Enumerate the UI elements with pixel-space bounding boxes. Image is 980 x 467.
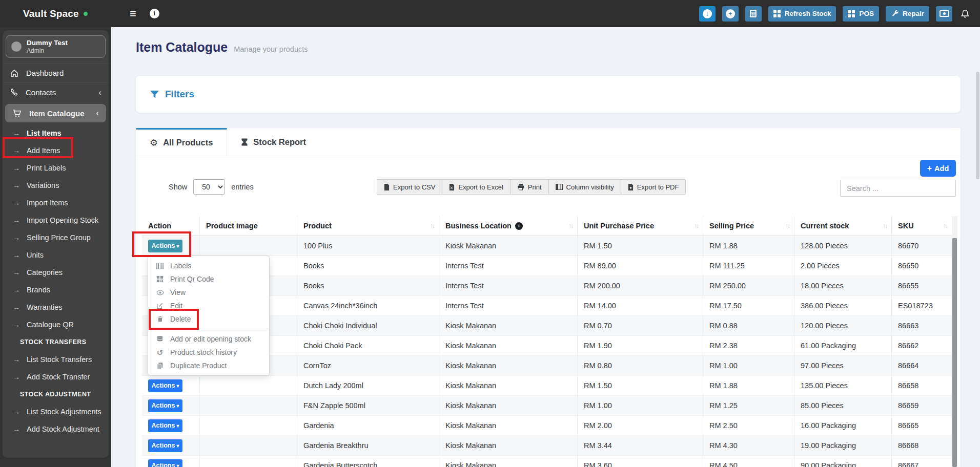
- sidebar-item-item-catalogue[interactable]: Item Catalogue: [5, 104, 106, 122]
- actions-button[interactable]: Actions: [148, 419, 182, 432]
- caret-down-icon: [176, 423, 179, 429]
- location-cell: Kiosk Makanan: [439, 416, 578, 435]
- actions-button[interactable]: Actions: [148, 439, 182, 452]
- export-pdf-button[interactable]: Export to PDF: [621, 179, 686, 195]
- menu-item-delete[interactable]: Delete: [148, 312, 269, 326]
- home-icon: [10, 69, 19, 78]
- export-excel-button[interactable]: Export to Excel: [442, 179, 510, 195]
- tab-stock-report[interactable]: Stock Report: [227, 128, 320, 156]
- sort-icon[interactable]: [568, 222, 573, 229]
- info-icon[interactable]: [150, 9, 159, 18]
- print-button[interactable]: Print: [511, 179, 549, 195]
- page-scrollbar-thumb[interactable]: [976, 72, 979, 179]
- sidebar-item-contacts[interactable]: Contacts: [3, 82, 109, 102]
- show-label: Show: [169, 183, 187, 191]
- sort-icon[interactable]: [430, 222, 434, 229]
- tab-label: All Products: [163, 138, 213, 147]
- menu-item-edit[interactable]: Edit: [148, 299, 269, 312]
- sidebar-item-add-stock-adjustment[interactable]: Add Stock Adjustment: [3, 420, 109, 438]
- download-button[interactable]: [699, 6, 716, 22]
- user-name: Dummy Test: [27, 39, 68, 47]
- actions-button[interactable]: Actions: [148, 399, 182, 412]
- sort-icon[interactable]: [694, 222, 698, 229]
- sidebar-item-list-stock-transfers[interactable]: List Stock Transfers: [3, 351, 109, 368]
- sidebar-item-warranties[interactable]: Warranties: [3, 299, 109, 316]
- add-product-button[interactable]: Add: [920, 160, 956, 177]
- table-scrollbar[interactable]: [952, 216, 957, 467]
- repair-button[interactable]: Repair: [886, 6, 929, 22]
- sidebar-item-list-items[interactable]: List Items: [3, 124, 109, 142]
- edit-icon: [155, 302, 165, 309]
- export-csv-button[interactable]: Export to CSV: [377, 179, 442, 195]
- calculator-button[interactable]: [745, 6, 762, 22]
- sidebar-item-catalogue-qr[interactable]: Catalogue QR: [3, 316, 109, 333]
- current-stock-cell: 16.00 Packaging: [794, 416, 892, 435]
- sidebar-item-add-items[interactable]: Add Items: [3, 142, 109, 159]
- sidebar-item-import-items[interactable]: Import Items: [3, 194, 109, 211]
- sidebar-item-variations[interactable]: Variations: [3, 177, 109, 194]
- product-cell: F&N Zapple 500ml: [297, 396, 439, 415]
- sku-cell: 86655: [892, 276, 952, 295]
- tab-all-products[interactable]: All Products: [136, 128, 227, 156]
- info-icon: [515, 222, 523, 230]
- page-size-select[interactable]: 50: [193, 179, 225, 195]
- pos-button[interactable]: POS: [843, 6, 879, 22]
- sort-icon[interactable]: [943, 222, 947, 229]
- column-header-sku[interactable]: SKU: [892, 216, 952, 236]
- selling-price-cell: RM 0.88: [703, 316, 794, 335]
- menu-item-print-qr-code[interactable]: Print Qr Code: [148, 272, 269, 286]
- sidebar-item-units[interactable]: Units: [3, 246, 109, 264]
- sidebar-item-brands[interactable]: Brands: [3, 281, 109, 299]
- sidebar-item-categories[interactable]: Categories: [3, 264, 109, 281]
- menu-item-duplicate-product[interactable]: Duplicate Product: [148, 359, 269, 372]
- actions-dropdown-menu: Labels Print Qr Code View Edit Delete: [148, 256, 270, 375]
- actions-button[interactable]: Actions: [148, 379, 182, 392]
- actions-button[interactable]: Actions: [148, 240, 182, 252]
- sidebar-item-add-stock-transfer[interactable]: Add Stock Transfer: [3, 368, 109, 386]
- sidebar-item-selling-price-group[interactable]: Selling Price Group: [3, 229, 109, 246]
- notifications-bell[interactable]: [959, 9, 971, 18]
- sidebar-link-label: List Stock Adjustments: [27, 408, 101, 416]
- sidebar-item-list-stock-adjustments[interactable]: List Stock Adjustments: [3, 403, 109, 420]
- filters-card[interactable]: Filters: [136, 76, 961, 113]
- sidebar-item-dashboard[interactable]: Dashboard: [3, 63, 109, 82]
- cash-register-button[interactable]: [936, 6, 952, 22]
- arrow-right-icon: [13, 199, 20, 207]
- column-header-business-location[interactable]: Business Location: [439, 216, 578, 236]
- column-header-selling-price[interactable]: Selling Price: [703, 216, 794, 236]
- menu-item-add-or-edit-opening-stock[interactable]: Add or edit opening stock: [148, 332, 269, 346]
- menu-item-view[interactable]: View: [148, 286, 269, 299]
- database-icon: [155, 335, 165, 343]
- table-scrollbar-thumb[interactable]: [952, 238, 957, 467]
- product-image-cell: [200, 236, 297, 256]
- column-header-product[interactable]: Product: [297, 216, 439, 236]
- caret-down-icon: [176, 443, 179, 449]
- user-card[interactable]: Dummy Test Admin: [6, 35, 106, 58]
- column-visibility-button[interactable]: Column visibility: [549, 179, 621, 195]
- hamburger-menu-icon[interactable]: [130, 7, 136, 20]
- arrow-right-icon: [13, 129, 20, 137]
- purchase-price-cell: RM 0.70: [578, 316, 703, 335]
- actions-button[interactable]: Actions: [148, 459, 182, 467]
- selling-price-cell: RM 2.50: [703, 416, 794, 435]
- column-header-current-stock[interactable]: Current stock: [794, 216, 892, 236]
- sidebar-item-import-opening-stock[interactable]: Import Opening Stock: [3, 211, 109, 229]
- sidebar-link-label: Print Labels: [27, 164, 66, 172]
- selling-price-cell: RM 250.00: [703, 276, 794, 295]
- sort-icon[interactable]: [883, 222, 887, 229]
- current-stock-cell: 18.00 Pieces: [794, 276, 892, 295]
- location-cell: Interns Test: [439, 276, 578, 295]
- refresh-stock-button[interactable]: Refresh Stock: [768, 6, 836, 22]
- user-role: Admin: [27, 47, 68, 54]
- sidebar-item-print-labels[interactable]: Print Labels: [3, 159, 109, 177]
- search-input[interactable]: [840, 180, 956, 197]
- page-size-control: Show 50 entries: [169, 179, 254, 195]
- menu-item-labels[interactable]: Labels: [148, 259, 269, 272]
- menu-item-product-stock-history[interactable]: Product stock history: [148, 346, 269, 359]
- selling-price-cell: RM 4.30: [703, 436, 794, 455]
- sidebar-panel: Dummy Test Admin Dashboard Contacts Item…: [3, 30, 109, 458]
- column-header-unit-purchase-price[interactable]: Unit Purchase Price: [578, 216, 703, 236]
- quick-add-button[interactable]: [722, 6, 739, 22]
- qr-code-icon: [155, 275, 165, 283]
- sort-icon[interactable]: [785, 222, 789, 229]
